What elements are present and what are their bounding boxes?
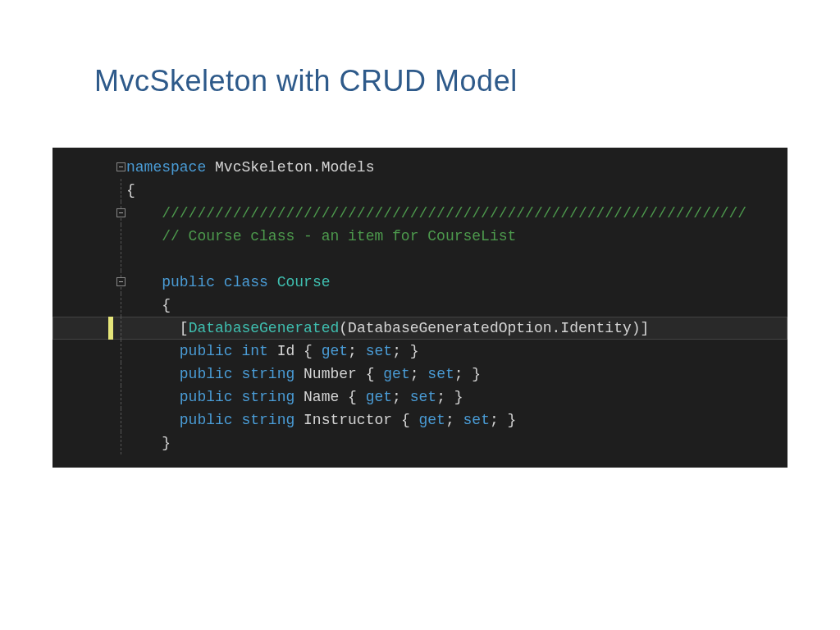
code-line: // Course class - an item for CourseList bbox=[52, 225, 788, 248]
gutter bbox=[52, 363, 126, 386]
code-text: ////////////////////////////////////////… bbox=[126, 202, 746, 225]
code-line: public string Name { get; set; } bbox=[52, 386, 788, 409]
code-line: public string Number { get; set; } bbox=[52, 363, 788, 386]
code-editor: namespace MvcSkeleton.Models { /////////… bbox=[52, 148, 788, 468]
code-line: public string Instructor { get; set; } bbox=[52, 409, 788, 431]
code-text: [DatabaseGenerated(DatabaseGeneratedOpti… bbox=[126, 317, 649, 340]
gutter bbox=[52, 248, 126, 271]
code-line: public class Course bbox=[52, 271, 788, 294]
code-text: } bbox=[126, 431, 171, 454]
gutter bbox=[52, 202, 126, 225]
fold-icon[interactable] bbox=[116, 208, 126, 217]
fold-icon[interactable] bbox=[116, 162, 126, 171]
gutter bbox=[52, 156, 126, 179]
code-line: ////////////////////////////////////////… bbox=[52, 202, 788, 225]
slide-title: MvcSkeleton with CRUD Model bbox=[94, 64, 518, 98]
gutter bbox=[52, 386, 126, 409]
gutter bbox=[52, 317, 126, 340]
code-text: namespace MvcSkeleton.Models bbox=[126, 156, 374, 179]
code-line: } bbox=[52, 431, 788, 454]
code-text bbox=[126, 248, 135, 271]
code-line: public int Id { get; set; } bbox=[52, 340, 788, 363]
gutter bbox=[52, 179, 126, 202]
code-line: { bbox=[52, 179, 788, 202]
code-text: public string Number { get; set; } bbox=[126, 363, 481, 386]
gutter bbox=[52, 409, 126, 431]
gutter bbox=[52, 340, 126, 363]
slide: MvcSkeleton with CRUD Model namespace Mv… bbox=[0, 0, 840, 630]
code-text: { bbox=[126, 294, 171, 317]
code-text: public string Name { get; set; } bbox=[126, 386, 463, 409]
code-text: // Course class - an item for CourseList bbox=[126, 225, 516, 248]
code-line-current: [DatabaseGenerated(DatabaseGeneratedOpti… bbox=[52, 317, 788, 340]
code-line: { bbox=[52, 294, 788, 317]
fold-icon[interactable] bbox=[116, 277, 126, 286]
code-text: public int Id { get; set; } bbox=[126, 340, 419, 363]
gutter bbox=[52, 271, 126, 294]
code-line: namespace MvcSkeleton.Models bbox=[52, 156, 788, 179]
gutter bbox=[52, 431, 126, 454]
gutter bbox=[52, 225, 126, 248]
code-text: { bbox=[126, 179, 135, 202]
code-line bbox=[52, 248, 788, 271]
code-text: public string Instructor { get; set; } bbox=[126, 409, 516, 431]
code-text: public class Course bbox=[126, 271, 330, 294]
gutter bbox=[52, 294, 126, 317]
